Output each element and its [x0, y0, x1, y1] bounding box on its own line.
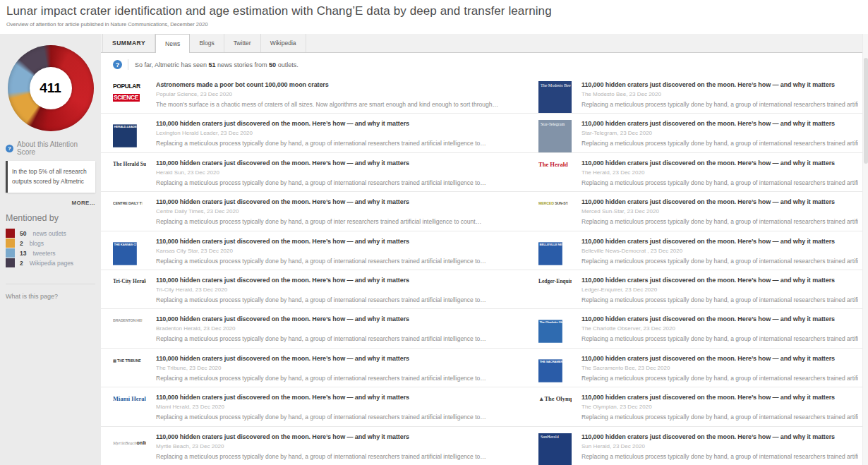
outlet-logo[interactable]: Star-Telegram — [538, 120, 572, 152]
news-item[interactable]: Star-Telegram 110,000 hidden craters jus… — [538, 120, 868, 152]
outlet-logo[interactable]: THE KANSAS CITY STAR — [113, 242, 137, 265]
news-item[interactable]: MyrtleBeachonline 110,000 hidden craters… — [101, 433, 538, 465]
scrollbar-thumb[interactable] — [864, 58, 868, 164]
story-title[interactable]: 110,000 hidden craters just discovered o… — [581, 238, 858, 245]
tab-blogs[interactable]: Blogs — [190, 34, 224, 52]
story-title[interactable]: 110,000 hidden craters just discovered o… — [581, 198, 858, 205]
outlet-logo[interactable]: BELLEVILLE NEWS-DEMOCRAT — [538, 242, 562, 265]
story-excerpt: Replacing a meticulous process typically… — [156, 140, 529, 147]
divider — [6, 284, 95, 284]
story-title[interactable]: 110,000 hidden craters just discovered o… — [581, 315, 858, 322]
divider — [128, 59, 128, 70]
news-item[interactable]: BELLEVILLE NEWS-DEMOCRAT 110,000 hidden … — [538, 238, 868, 270]
outlet-logo[interactable]: BRADENTON HERALD — [113, 318, 142, 346]
outlet-logo[interactable]: Miami Herald — [113, 394, 146, 425]
news-list: POPULARSCIENCE Astronomers made a poor b… — [101, 75, 868, 465]
news-item[interactable]: ▦ THE TRIBUNE 110,000 hidden craters jus… — [101, 355, 538, 387]
story-title[interactable]: 110,000 hidden craters just discovered o… — [581, 277, 858, 284]
news-item[interactable]: Miami Herald 110,000 hidden craters just… — [101, 394, 538, 425]
news-item[interactable]: The Herald 110,000 hidden craters just d… — [538, 159, 868, 191]
legend-label: Wikipedia pages — [30, 260, 73, 267]
outlet-logo[interactable]: SunHerald — [538, 433, 572, 465]
news-item[interactable]: The Modesto Bee 110,000 hidden craters j… — [538, 81, 868, 113]
tab-wikipedia[interactable]: Wikipedia — [261, 34, 306, 52]
story-title[interactable]: 110,000 hidden craters just discovered o… — [156, 120, 529, 127]
story-title[interactable]: 110,000 hidden craters just discovered o… — [581, 355, 858, 362]
outlet-logo[interactable]: ▲The Olympian — [538, 394, 572, 425]
outlet-logo[interactable]: THE SACRAMENTO BEE — [538, 359, 562, 382]
news-item[interactable]: ▲The Olympian 110,000 hidden craters jus… — [538, 394, 868, 425]
story-title[interactable]: 110,000 hidden craters just discovered o… — [581, 433, 858, 440]
legend-item-tweeters[interactable]: 13 tweeters — [6, 248, 95, 258]
story-title[interactable]: 110,000 hidden craters just discovered o… — [156, 433, 529, 440]
story-title[interactable]: 110,000 hidden craters just discovered o… — [156, 315, 529, 322]
story-title[interactable]: 110,000 hidden craters just discovered o… — [156, 277, 529, 284]
more-link[interactable]: MORE… — [6, 200, 95, 206]
story-excerpt: Replacing a meticulous process typically… — [156, 375, 529, 382]
outlets-count: 50 — [269, 61, 276, 68]
news-item[interactable]: Tri-City Herald 110,000 hidden craters j… — [101, 277, 538, 308]
legend-item-news[interactable]: 50 news outlets — [6, 229, 95, 238]
tab-news[interactable]: News — [155, 34, 190, 53]
what-is-this-page-link[interactable]: What is this page? — [6, 293, 95, 300]
story-title[interactable]: 110,000 hidden craters just discovered o… — [581, 120, 858, 127]
news-item[interactable]: Ledger-Enquirer 110,000 hidden craters j… — [538, 277, 868, 308]
outlet-logo[interactable]: ▦ THE TRIBUNE — [113, 356, 142, 385]
outlet-logo[interactable]: CENTRE DAILY TIMES — [113, 200, 142, 229]
help-icon: ? — [6, 145, 13, 152]
news-item[interactable]: THE SACRAMENTO BEE 110,000 hidden crater… — [538, 355, 868, 387]
story-title[interactable]: 110,000 hidden craters just discovered o… — [156, 394, 529, 401]
outlet-logo[interactable]: The Charlotte Observer — [538, 320, 562, 344]
legend-label: news outlets — [32, 230, 66, 237]
story-source: The Tribune, 23 Dec 2020 — [156, 365, 529, 371]
story-source: Ledger-Enquirer, 23 Dec 2020 — [581, 286, 858, 293]
news-item[interactable]: BRADENTON HERALD 110,000 hidden craters … — [101, 315, 538, 347]
legend-item-blogs[interactable]: 2 blogs — [6, 238, 95, 248]
outlet-logo[interactable]: HERALD-LEADER — [113, 125, 137, 148]
story-title[interactable]: 110,000 hidden craters just discovered o… — [156, 159, 529, 167]
outlet-logo[interactable]: MERCED SUN-STAR — [538, 200, 567, 229]
story-title[interactable]: 110,000 hidden craters just discovered o… — [156, 238, 529, 245]
outlet-logo[interactable]: POPULARSCIENCE — [113, 81, 146, 113]
outlet-logo[interactable]: The Modesto Bee — [538, 81, 572, 113]
tab-summary[interactable]: SUMMARY — [102, 34, 155, 52]
outlet-logo[interactable]: The Herald Sun — [113, 159, 146, 191]
story-excerpt: Replacing a meticulous process typically… — [156, 335, 529, 342]
tab-twitter[interactable]: Twitter — [224, 34, 261, 52]
story-source: Kansas City Star, 23 Dec 2020 — [156, 248, 529, 254]
story-excerpt: Replacing a meticulous process typically… — [156, 258, 529, 265]
outlet-logo[interactable]: MyrtleBeachonline — [113, 433, 146, 465]
outlet-logo[interactable]: The Herald — [538, 159, 572, 191]
story-title[interactable]: 110,000 hidden craters just discovered o… — [581, 394, 858, 401]
story-title[interactable]: 110,000 hidden craters just discovered o… — [581, 159, 858, 167]
story-title[interactable]: 110,000 hidden craters just discovered o… — [156, 355, 529, 362]
legend-label: blogs — [30, 240, 44, 247]
mentioned-by-title: Mentioned by — [6, 213, 95, 223]
news-item[interactable]: CENTRE DAILY TIMES 110,000 hidden crater… — [101, 198, 538, 230]
story-excerpt: Replacing a meticulous process typically… — [156, 413, 529, 421]
story-excerpt: Replacing a meticulous process typically… — [581, 296, 858, 303]
news-item[interactable]: The Herald Sun 110,000 hidden craters ju… — [101, 159, 538, 191]
news-item[interactable]: THE KANSAS CITY STAR 110,000 hidden crat… — [101, 238, 538, 270]
news-item[interactable]: The Charlotte Observer 110,000 hidden cr… — [538, 315, 868, 347]
story-title[interactable]: 110,000 hidden craters just discovered o… — [581, 81, 858, 88]
outlet-logo[interactable]: Tri-City Herald — [113, 277, 146, 308]
outlet-logo[interactable]: Ledger-Enquirer — [538, 277, 572, 308]
scrollbar[interactable] — [862, 34, 868, 465]
story-title[interactable]: 110,000 hidden craters just discovered o… — [156, 198, 529, 205]
news-row: CENTRE DAILY TIMES 110,000 hidden crater… — [101, 192, 868, 231]
news-item[interactable]: MERCED SUN-STAR 110,000 hidden craters j… — [538, 198, 868, 230]
story-title[interactable]: Astronomers made a poor bot count 100,00… — [156, 81, 529, 88]
story-source: Sun Herald, 23 Dec 2020 — [581, 443, 858, 449]
about-attention-score-link[interactable]: ? About this Attention Score — [6, 140, 95, 156]
news-summary-line: ? So far, Altmetric has seen 51 news sto… — [101, 53, 868, 75]
about-title: About this Attention Score — [17, 140, 95, 156]
page-title: Lunar impact crater identification and a… — [6, 4, 868, 18]
story-source: The Charlotte Observer, 23 Dec 2020 — [581, 325, 858, 332]
news-item[interactable]: HERALD-LEADER 110,000 hidden craters jus… — [101, 120, 538, 152]
news-item[interactable]: SunHerald 110,000 hidden craters just di… — [538, 433, 868, 465]
legend-swatch — [6, 238, 15, 248]
story-excerpt: Replacing a meticulous process typically… — [581, 218, 858, 225]
news-item[interactable]: POPULARSCIENCE Astronomers made a poor b… — [101, 81, 538, 113]
legend-item-wikipedia[interactable]: 2 Wikipedia pages — [6, 258, 95, 268]
